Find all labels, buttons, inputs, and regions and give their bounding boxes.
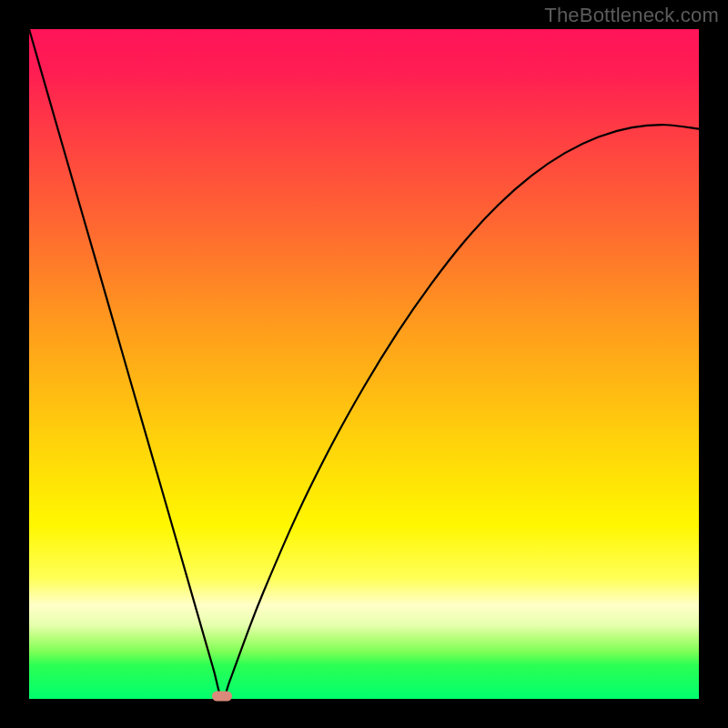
watermark-text: TheBottleneck.com — [544, 4, 719, 27]
plot-area — [29, 29, 699, 699]
minimum-marker — [212, 692, 232, 702]
bottleneck-curve — [29, 29, 699, 699]
chart-frame: TheBottleneck.com — [0, 0, 728, 728]
